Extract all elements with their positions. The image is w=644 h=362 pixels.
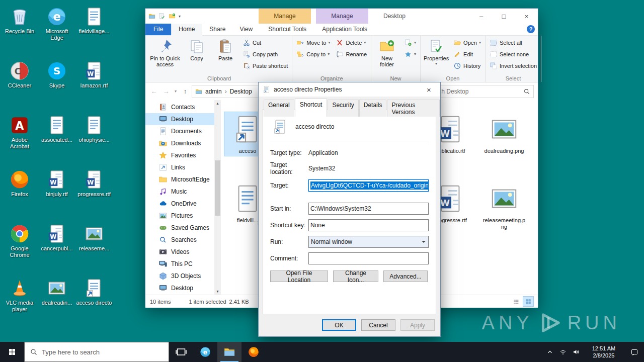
sidebar-item-desktop[interactable]: Desktop [145,282,221,294]
minimize-button[interactable]: – [470,9,493,24]
desktop-icon-microsoft-edge[interactable]: eMicrosoft Edge [38,6,75,60]
desktop-icon-firefox[interactable]: Firefox [1,169,38,223]
desktop-icon-progressre-rtf[interactable]: Wprogressre.rtf [75,169,113,223]
volume-control[interactable] [570,342,583,362]
help-button[interactable]: ? [527,25,535,33]
sidebar-item-downloads[interactable]: Downloads [145,137,221,149]
dialog-tab-details[interactable]: Details [359,100,387,117]
desktop-icon-ccleaner[interactable]: CCCleaner [1,60,38,115]
sidebar-item-microsoftedge[interactable]: MicrosoftEdge [145,173,221,186]
start-in-input[interactable]: C:\Windows\System32 [308,203,429,215]
ribbon-button-copy-path[interactable]: Copy path [240,49,290,59]
up-button[interactable]: ↑ [180,87,191,95]
dialog-tab-security[interactable]: Security [328,100,358,117]
desktop-icon-vlc-media-player[interactable]: VLC media player [1,278,38,332]
sidebar-item-saved-games[interactable]: Saved Games [145,222,221,234]
run-select[interactable]: Normal window [308,236,429,248]
ribbon-button-paste-shortcut[interactable]: Paste shortcut [240,60,290,71]
action-center-button[interactable] [625,348,644,356]
ribbon-button-select-all[interactable]: Select all [487,37,539,48]
dialog-titlebar[interactable]: acceso directo Properties × [259,82,440,97]
ribbon-button-history[interactable]: History [451,60,484,71]
target-input[interactable]: AvivgLlgDt6QCTCD-T-uYca-/cuidado_origina… [308,179,429,192]
ribbon-button-properties[interactable]: Properties▾ [422,37,450,73]
breadcrumb-root[interactable]: admin [205,88,222,95]
ribbon-tab-share[interactable]: Share [202,24,232,35]
scrollbar-thumb[interactable] [215,160,220,216]
ribbon-tab-application-tools[interactable]: Application Tools [318,24,371,35]
sidebar-scrollbar[interactable]: ▲ ▼ [214,100,221,295]
dialog-tab-previous-versions[interactable]: Previous Versions [387,100,440,117]
hidden-icons-button[interactable] [543,342,556,362]
sidebar-item-3d-objects[interactable]: 3D Objects [145,270,221,282]
qat-customize-chevron-icon[interactable]: ▾ [179,14,181,19]
ribbon-button-delete[interactable]: Delete▾ [333,37,369,48]
ribbon-button-copy[interactable]: Copy [183,37,211,73]
taskbar-app-explorer[interactable] [217,342,242,362]
taskbar-app-edge[interactable]: e [193,342,217,362]
ribbon-button-open[interactable]: Open▾ [451,37,484,48]
recent-locations-chevron-icon[interactable]: ▾ [173,89,179,94]
ok-button[interactable]: OK [322,319,356,331]
apply-button[interactable]: Apply [400,319,435,331]
desktop-icon-releaseme[interactable]: releaseme... [75,223,113,278]
dialog-tab-general[interactable]: General [264,100,294,117]
ribbon-button-paste[interactable]: Paste [211,37,239,73]
desktop-icon-adobe-acrobat[interactable]: AAdobe Acrobat [1,115,38,169]
ribbon-tab-view[interactable]: View [232,24,260,35]
ribbon-button-select-none[interactable]: Select none [487,49,539,59]
change-icon-button[interactable]: Change Icon... [333,270,378,282]
maximize-button[interactable]: □ [493,9,515,24]
start-button[interactable] [0,342,24,362]
file-item-dealreading-png[interactable]: dealreading.png [481,112,527,156]
desktop-icon-associated[interactable]: associated... [38,115,75,169]
sidebar-item-documents[interactable]: Documents [145,125,221,137]
close-button[interactable]: × [515,9,538,24]
ribbon-button-copy-to[interactable]: Copy to▾ [294,49,333,59]
ribbon-button-invert-selection[interactable]: Invert selection [487,60,539,71]
file-item-releasemeeting-png[interactable]: releasemeeting.png [481,182,527,232]
sidebar-item-pictures[interactable]: Pictures [145,210,221,222]
sidebar-item-searches[interactable]: Searches [145,234,221,246]
details-view-button[interactable] [511,297,521,306]
breadcrumb-current[interactable]: Desktop [230,88,252,95]
qat-new-folder-icon[interactable] [169,13,176,20]
cancel-button[interactable]: Cancel [361,319,395,331]
desktop-icon-dealreadin[interactable]: dealreadin... [38,278,75,332]
desktop-icon-cancerpubl[interactable]: Wcancerpubl... [38,223,75,278]
sidebar-item-onedrive[interactable]: OneDrive [145,198,221,210]
ribbon-button-rename[interactable]: Rename [333,49,369,59]
ribbon-button-easy-access[interactable]: ▾ [401,49,419,59]
ribbon-button-edit[interactable]: Edit [451,49,484,59]
sidebar-item-desktop[interactable]: Desktop [145,113,221,125]
ribbon-tab-shortcut-tools[interactable]: Shortcut Tools [261,24,313,35]
desktop-icon-fieldvillage[interactable]: fieldvillage... [75,6,113,60]
comment-input[interactable] [308,252,429,264]
ribbon-button-new-item[interactable]: ▾ [401,37,419,48]
task-view-button[interactable] [169,342,193,362]
dialog-close-button[interactable]: × [418,82,440,97]
network-status[interactable] [556,342,570,362]
desktop-icon-binjuly-rtf[interactable]: Wbinjuly.rtf [38,169,75,223]
desktop-icon-lamazon-rtf[interactable]: Wlamazon.rtf [75,60,113,115]
desktop-icon-skype[interactable]: SSkype [38,60,75,115]
sidebar-item-favorites[interactable]: Favorites [145,149,221,161]
sidebar-item-contacts[interactable]: Contacts [145,101,221,113]
ribbon-button-cut[interactable]: Cut [240,37,290,48]
ribbon-tab-home[interactable]: Home [171,24,202,35]
taskbar-search[interactable]: Type here to search [24,342,169,362]
qat-properties-icon[interactable] [158,13,166,20]
shortcut-key-input[interactable]: None [308,219,429,231]
advanced-button[interactable]: Advanced... [383,270,428,282]
thumbnails-view-button[interactable] [523,297,533,306]
scroll-down-icon[interactable]: ▼ [214,288,221,295]
scroll-up-icon[interactable]: ▲ [214,100,221,107]
desktop-icon-acceso-directo[interactable]: acceso directo [75,278,113,332]
back-button[interactable]: ← [148,87,159,95]
sidebar-item-music[interactable]: Music [145,186,221,198]
explorer-titlebar[interactable]: ▾ Manage Manage Desktop – □ × [145,9,538,24]
forward-button[interactable]: → [160,87,172,95]
ribbon-button-new-folder[interactable]: New folder [373,37,401,73]
sidebar-item-videos[interactable]: Videos [145,246,221,258]
desktop-icon-google-chrome[interactable]: Google Chrome [1,223,38,278]
